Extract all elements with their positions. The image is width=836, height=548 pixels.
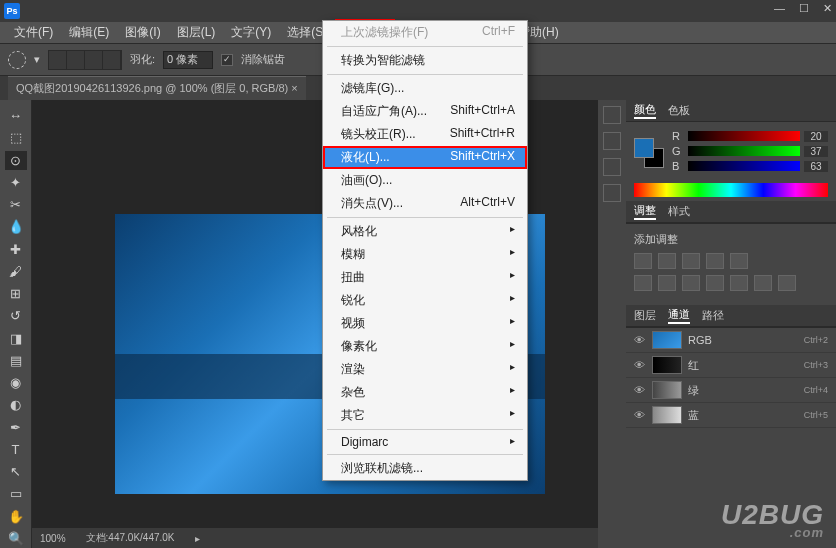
maximize-button[interactable]: ☐ [799,2,809,15]
menu-edit[interactable]: 编辑(E) [61,21,117,44]
eraser-tool[interactable]: ◨ [5,329,27,348]
adjust-lookup-icon[interactable] [730,275,748,291]
document-tab[interactable]: QQ截图20190426113926.png @ 100% (图层 0, RGB… [8,76,306,100]
eyedropper-tool[interactable]: 💧 [5,217,27,236]
eye-icon[interactable]: 👁 [634,359,646,371]
menu-distort[interactable]: 扭曲 [323,266,527,289]
menu-file[interactable]: 文件(F) [6,21,61,44]
move-tool[interactable]: ↔ [5,106,27,125]
color-swatch[interactable] [634,138,664,168]
menu-last-filter[interactable]: 上次滤镜操作(F)Ctrl+F [323,21,527,44]
zoom-tool[interactable]: 🔍 [5,529,27,548]
adjust-invert-icon[interactable] [754,275,772,291]
antialias-checkbox[interactable] [221,54,233,66]
menu-render[interactable]: 渲染 [323,358,527,381]
menu-browse-online[interactable]: 浏览联机滤镜... [323,457,527,480]
menu-oil-paint[interactable]: 油画(O)... [323,169,527,192]
wand-tool[interactable]: ✦ [5,173,27,192]
g-value[interactable]: 37 [804,146,828,157]
menu-blur[interactable]: 模糊 [323,243,527,266]
spectrum-bar[interactable] [634,183,828,197]
lasso-icon[interactable] [8,51,26,69]
crop-tool[interactable]: ✂ [5,195,27,214]
tab-swatches[interactable]: 色板 [668,103,690,118]
dropdown-icon[interactable]: ▾ [34,53,40,66]
selection-mode[interactable] [48,50,122,70]
r-value[interactable]: 20 [804,131,828,142]
menu-stylize[interactable]: 风格化 [323,220,527,243]
lasso-tool[interactable]: ⊙ [5,151,27,170]
b-slider[interactable] [688,161,800,171]
menu-vanishing-point[interactable]: 消失点(V)...Alt+Ctrl+V [323,192,527,215]
adjust-mixer-icon[interactable] [706,275,724,291]
add-adjustment-label: 添加调整 [634,232,828,247]
adjust-brightness-icon[interactable] [634,253,652,269]
history-brush-tool[interactable]: ↺ [5,306,27,325]
fg-color[interactable] [634,138,654,158]
zoom-level[interactable]: 100% [40,533,66,544]
shape-tool[interactable]: ▭ [5,484,27,503]
hand-tool[interactable]: ✋ [5,507,27,526]
menu-adaptive-wide[interactable]: 自适应广角(A)...Shift+Ctrl+A [323,100,527,123]
channel-row[interactable]: 👁绿Ctrl+4 [626,378,836,403]
heal-tool[interactable]: ✚ [5,240,27,259]
stamp-tool[interactable]: ⊞ [5,284,27,303]
menu-video[interactable]: 视频 [323,312,527,335]
mid-tool-4[interactable] [603,184,621,202]
channel-row[interactable]: 👁蓝Ctrl+5 [626,403,836,428]
label: 其它 [341,407,365,424]
channel-row[interactable]: 👁RGBCtrl+2 [626,328,836,353]
menu-pixelate[interactable]: 像素化 [323,335,527,358]
menu-sharpen[interactable]: 锐化 [323,289,527,312]
menu-lens-correction[interactable]: 镜头校正(R)...Shift+Ctrl+R [323,123,527,146]
menu-smart-filter[interactable]: 转换为智能滤镜 [323,49,527,72]
tab-layers[interactable]: 图层 [634,308,656,323]
tab-channels[interactable]: 通道 [668,307,690,324]
close-tab-icon[interactable]: × [291,82,297,94]
b-value[interactable]: 63 [804,161,828,172]
tab-adjustments[interactable]: 调整 [634,203,656,220]
menu-image[interactable]: 图像(I) [117,21,168,44]
mid-tool-1[interactable] [603,106,621,124]
eye-icon[interactable]: 👁 [634,334,646,346]
path-tool[interactable]: ↖ [5,462,27,481]
menu-layer[interactable]: 图层(L) [169,21,224,44]
r-slider[interactable] [688,131,800,141]
adjust-exposure-icon[interactable] [706,253,724,269]
blur-tool[interactable]: ◉ [5,373,27,392]
status-arrow-icon[interactable]: ▸ [195,533,200,544]
eye-icon[interactable]: 👁 [634,384,646,396]
minimize-button[interactable]: — [774,2,785,15]
tab-paths[interactable]: 路径 [702,308,724,323]
menu-liquify[interactable]: 液化(L)...Shift+Ctrl+X [323,146,527,169]
marquee-tool[interactable]: ⬚ [5,128,27,147]
adjust-bw-icon[interactable] [658,275,676,291]
brush-tool[interactable]: 🖌 [5,262,27,281]
adjust-vibrance-icon[interactable] [730,253,748,269]
adjust-curves-icon[interactable] [682,253,700,269]
menu-digimarc[interactable]: Digimarc [323,432,527,452]
menu-filter-gallery[interactable]: 滤镜库(G)... [323,77,527,100]
type-tool[interactable]: T [5,440,27,459]
channel-row[interactable]: 👁红Ctrl+3 [626,353,836,378]
tab-color[interactable]: 颜色 [634,102,656,119]
dodge-tool[interactable]: ◐ [5,395,27,414]
pen-tool[interactable]: ✒ [5,418,27,437]
layers-panel-tabs: 图层 通道 路径 [626,305,836,327]
adjust-photo-icon[interactable] [682,275,700,291]
g-slider[interactable] [688,146,800,156]
mid-tool-2[interactable] [603,132,621,150]
mid-tool-3[interactable] [603,158,621,176]
menu-other[interactable]: 其它 [323,404,527,427]
menu-noise[interactable]: 杂色 [323,381,527,404]
adjust-hue-icon[interactable] [634,275,652,291]
gradient-tool[interactable]: ▤ [5,351,27,370]
eye-icon[interactable]: 👁 [634,409,646,421]
label: 杂色 [341,384,365,401]
adjust-levels-icon[interactable] [658,253,676,269]
tab-styles[interactable]: 样式 [668,204,690,219]
adjust-poster-icon[interactable] [778,275,796,291]
feather-input[interactable] [163,51,213,69]
menu-text[interactable]: 文字(Y) [223,21,279,44]
close-button[interactable]: ✕ [823,2,832,15]
